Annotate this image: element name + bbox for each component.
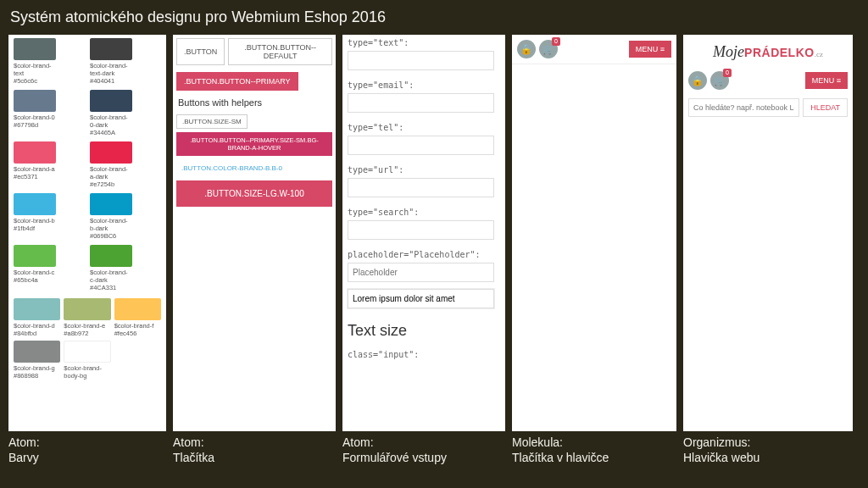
cart-badge: 0: [723, 69, 732, 77]
panel-header-organism: MojePRÁDELKO.cz 🔒 🛒0 MENU ≡ HLEDAT: [683, 35, 853, 431]
button-size-lg[interactable]: .BUTTON.SIZE-LG.W-100: [176, 180, 332, 207]
swatch-label: $color-brand-text#5c6c6c: [14, 62, 56, 85]
swatch-label: $color-brand-e#a8b972: [64, 322, 110, 337]
heading-text-size: Text size: [342, 315, 505, 347]
input-label-tel: type="tel":: [342, 119, 505, 134]
input-placeholder[interactable]: [348, 263, 494, 282]
page-title: Systém atomického designu pro Webmium Es…: [0, 0, 868, 30]
input-text[interactable]: [348, 51, 494, 70]
panel-buttons: .BUTTON .BUTTON.BUTTON--DEFAULT .BUTTON.…: [173, 35, 336, 431]
button-default[interactable]: .BUTTON.BUTTON--DEFAULT: [228, 38, 332, 65]
swatch-label: $color-brand-a#ec5371: [14, 165, 56, 180]
button-primary-sm-hover[interactable]: .BUTTON.BUTTON--PRIMARY.SIZE-SM.BG-BRAND…: [176, 132, 332, 156]
menu-button[interactable]: MENU ≡: [629, 41, 671, 58]
input-email[interactable]: [348, 93, 494, 113]
cart-badge: 0: [552, 37, 560, 46]
swatch-label: $color-brand-b#1fb4df: [14, 217, 56, 232]
swatch-label: $color-brand-b-dark#069BC6: [90, 217, 132, 240]
swatch-label: $color-brand-a-dark#e7254b: [90, 165, 132, 188]
search-input[interactable]: [688, 98, 799, 117]
menu-button[interactable]: MENU ≡: [805, 72, 848, 89]
caption-buttons: Atom:Tlačítka: [173, 435, 336, 465]
swatch-label: $color-brand-d#84bfbd: [14, 322, 60, 337]
input-label-email: type="email":: [342, 77, 505, 92]
button-size-sm[interactable]: .BUTTON.SIZE-SM: [176, 114, 248, 129]
panel-form-inputs: type="text": type="email": type="tel": t…: [342, 35, 505, 431]
input-lorem[interactable]: [348, 289, 494, 308]
panel-header-molecule: 🔒 🛒0 MENU ≡: [512, 35, 676, 431]
logo: MojePRÁDELKO.cz: [683, 35, 853, 66]
swatch-label: $color-brand-body-bg: [64, 364, 110, 380]
input-url[interactable]: [348, 178, 494, 197]
buttons-helpers-heading: Buttons with helpers: [173, 94, 336, 111]
cart-icon[interactable]: 🛒0: [539, 40, 558, 58]
panel-colors: $color-brand-text#5c6c6c $color-brand-te…: [8, 35, 166, 431]
search-button[interactable]: HLEDAT: [803, 98, 848, 117]
input-label-class: class="input":: [342, 347, 505, 361]
lock-icon[interactable]: 🔒: [688, 71, 707, 90]
swatch-label: $color-brand-c#65bc4a: [14, 269, 56, 284]
captions-row: Atom:Barvy Atom:Tlačítka Atom:Formulářov…: [0, 431, 868, 469]
input-tel[interactable]: [348, 136, 494, 155]
input-label-text: type="text":: [342, 35, 505, 49]
caption-colors: Atom:Barvy: [8, 435, 166, 465]
panels-row: $color-brand-text#5c6c6c $color-brand-te…: [0, 30, 868, 431]
input-label-url: type="url":: [342, 162, 505, 176]
cart-icon[interactable]: 🛒0: [710, 71, 729, 90]
button-base[interactable]: .BUTTON: [176, 38, 225, 65]
button-link-color[interactable]: .BUTTON.COLOR-BRAND-B.B-0: [176, 159, 287, 177]
caption-molecule: Molekula:Tlačítka v hlavičce: [512, 435, 676, 465]
swatch-label: $color-brand-0#67798d: [14, 114, 56, 129]
swatch-label: $color-brand-f#fec456: [114, 322, 161, 337]
lock-icon[interactable]: 🔒: [517, 40, 536, 58]
input-search[interactable]: [348, 220, 494, 240]
swatch-label: $color-brand-g#868988: [14, 364, 60, 380]
input-label-search: type="search":: [342, 204, 505, 219]
button-primary[interactable]: .BUTTON.BUTTON--PRIMARY: [176, 72, 298, 91]
input-label-placeholder: placeholder="Placeholder":: [342, 247, 505, 261]
swatch-label: $color-brand-text-dark#404041: [90, 62, 132, 85]
caption-forms: Atom:Formulářové vstupy: [342, 435, 505, 465]
swatch-label: $color-brand-c-dark#4CA331: [90, 269, 132, 291]
caption-organism: Organizmus:Hlavička webu: [683, 435, 853, 465]
swatch-label: $color-brand-0-dark#34465A: [90, 114, 132, 136]
